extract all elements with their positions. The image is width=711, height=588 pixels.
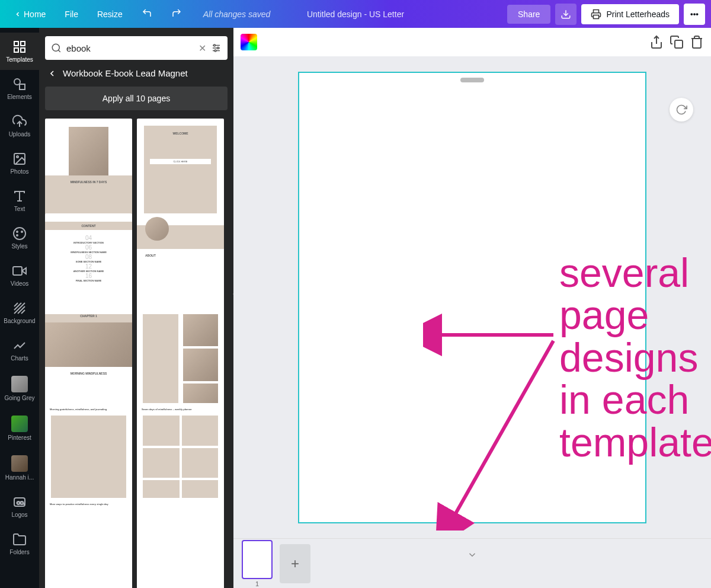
templates-icon	[12, 40, 27, 54]
folder-thumb-icon	[11, 376, 28, 392]
svg-line-22	[21, 310, 25, 314]
rail-uploads[interactable]: Uploads	[0, 107, 39, 145]
more-button[interactable]: •••	[684, 4, 705, 25]
dots-icon: •••	[690, 9, 699, 18]
filmstrip-page-wrap: 1	[242, 540, 273, 587]
folder-thumb-icon	[11, 416, 28, 432]
search-input-wrap[interactable]: ✕	[45, 36, 228, 60]
export-icon[interactable]	[649, 35, 664, 49]
chevron-left-icon[interactable]	[47, 69, 57, 78]
rail-going-grey[interactable]: Going Grey	[0, 369, 39, 408]
templates-panel: ✕ Workbook E-book Lead Magnet Apply all …	[39, 28, 233, 588]
svg-point-14	[21, 231, 23, 232]
add-page-button[interactable]: +	[280, 544, 310, 583]
filter-icon[interactable]	[211, 43, 222, 53]
panel-header: Workbook E-book Lead Magnet	[45, 60, 228, 87]
canvas-viewport[interactable]: several page designs in each template	[233, 56, 711, 538]
file-button[interactable]: File	[56, 6, 87, 23]
duplicate-icon[interactable]	[670, 35, 684, 49]
filmstrip-page[interactable]	[242, 540, 273, 579]
rail-label: Logos	[11, 512, 27, 518]
refresh-icon	[675, 104, 687, 116]
rail-label: Folders	[9, 549, 29, 555]
svg-marker-16	[22, 268, 26, 274]
styles-icon	[12, 226, 27, 241]
color-picker-button[interactable]	[241, 34, 257, 50]
svg-rect-4	[14, 48, 18, 52]
elements-icon	[12, 77, 27, 91]
rail-label: Photos	[10, 168, 28, 175]
panel-title: Workbook E-book Lead Magnet	[63, 68, 188, 78]
rail-label: Templates	[6, 56, 33, 63]
svg-rect-3	[21, 41, 25, 46]
rail-logos[interactable]: CO.Logos	[0, 488, 39, 525]
design-page[interactable]	[299, 73, 645, 522]
rail-styles[interactable]: Styles	[0, 219, 39, 257]
right-actions: Share Print Letterheads •••	[507, 4, 705, 25]
rail-label: Hannah i...	[5, 474, 34, 481]
side-rail: Templates Elements Uploads Photos Text S…	[0, 28, 39, 588]
search-input[interactable]	[66, 43, 194, 53]
resize-button[interactable]: Resize	[89, 6, 131, 23]
svg-line-18	[14, 303, 18, 306]
svg-point-30	[214, 44, 216, 46]
save-status: All changes saved	[203, 9, 271, 19]
svg-point-15	[17, 235, 18, 236]
clear-search-button[interactable]: ✕	[198, 43, 206, 54]
svg-rect-7	[20, 84, 25, 90]
rail-elements[interactable]: Elements	[0, 70, 39, 107]
document-title[interactable]: Untitled design - US Letter	[307, 9, 404, 19]
rail-label: Charts	[11, 355, 28, 362]
rail-label: Going Grey	[4, 395, 34, 401]
rail-label: Uploads	[9, 131, 31, 138]
share-button[interactable]: Share	[507, 5, 550, 24]
rail-background[interactable]: Background	[0, 294, 39, 331]
template-page-thumb[interactable]: More ways to practice mindfulness every …	[45, 498, 132, 588]
folders-icon	[12, 532, 27, 547]
rail-folders[interactable]: Folders	[0, 525, 39, 563]
apply-all-button[interactable]: Apply all 10 pages	[45, 87, 228, 110]
undo-button[interactable]	[133, 4, 161, 24]
rail-label: Videos	[11, 280, 28, 287]
redo-button[interactable]	[163, 4, 190, 24]
expand-pages-button[interactable]	[467, 549, 478, 563]
rail-templates[interactable]: Templates	[0, 33, 39, 70]
svg-line-21	[18, 306, 25, 314]
delete-icon[interactable]	[690, 35, 704, 49]
redo-icon	[171, 8, 182, 18]
search-icon	[51, 43, 62, 53]
svg-rect-17	[13, 267, 22, 275]
rail-text[interactable]: Text	[0, 182, 39, 219]
download-button[interactable]	[555, 4, 577, 25]
rail-hannah[interactable]: Hannah i...	[0, 448, 39, 488]
home-label: Home	[24, 9, 46, 19]
main: Templates Elements Uploads Photos Text S…	[0, 28, 711, 588]
charts-icon	[12, 338, 27, 353]
folder-thumb-icon	[11, 455, 28, 472]
rail-label: Styles	[11, 243, 27, 250]
uploads-icon	[12, 114, 27, 129]
rail-videos[interactable]: Videos	[0, 257, 39, 294]
template-page-thumb[interactable]	[137, 498, 224, 588]
page-handle[interactable]	[460, 78, 484, 82]
background-icon	[12, 301, 27, 315]
undo-icon	[142, 8, 152, 18]
refresh-button[interactable]	[670, 98, 693, 122]
svg-point-9	[17, 156, 18, 158]
download-icon	[561, 9, 571, 20]
print-button[interactable]: Print Letterheads	[581, 4, 679, 24]
logos-icon: CO.	[12, 495, 27, 509]
svg-text:CO.: CO.	[17, 500, 25, 506]
rail-charts[interactable]: Charts	[0, 331, 39, 369]
rail-photos[interactable]: Photos	[0, 145, 39, 182]
rail-pinterest[interactable]: Pinterest	[0, 408, 39, 448]
printer-icon	[591, 9, 601, 20]
rail-label: Text	[14, 206, 25, 212]
svg-line-26	[58, 50, 60, 52]
home-button[interactable]: Home	[6, 6, 54, 23]
rail-label: Pinterest	[8, 434, 31, 441]
svg-line-19	[14, 303, 21, 310]
template-thumbnails: MINDFULNESS IN 7 DAYS WELCOMECLICK HERE …	[45, 119, 228, 588]
filmstrip-page-number: 1	[242, 580, 273, 587]
svg-rect-1	[594, 15, 599, 18]
